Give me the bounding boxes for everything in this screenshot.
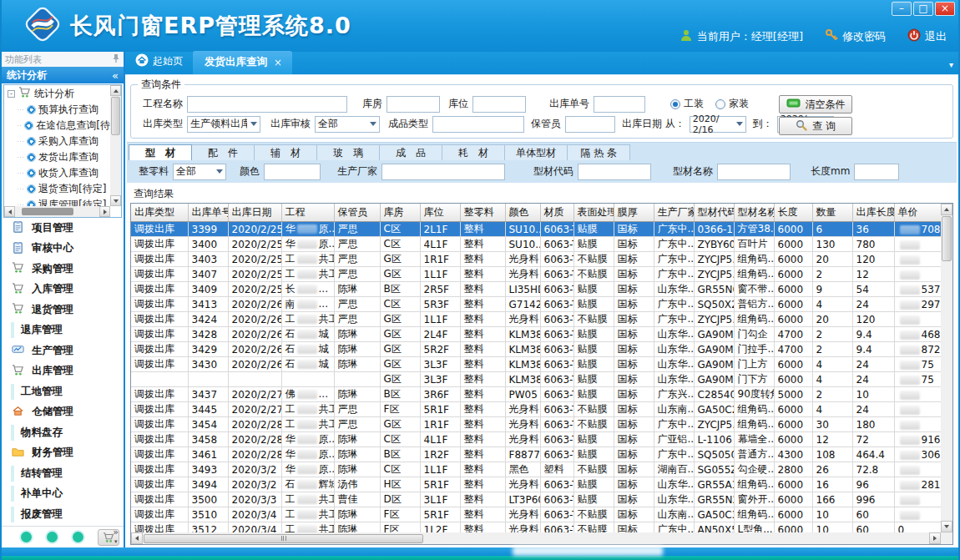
- table-row[interactable]: 调拨出库35122020/3/4工共工程陈琳F区1L2F整料光身料6063-T5…: [131, 522, 941, 533]
- sidebar-module-项目管理[interactable]: 项目管理: [2, 218, 124, 239]
- tree-expander-icon[interactable]: -: [8, 90, 15, 98]
- scroll-right-icon[interactable]: [929, 532, 941, 544]
- profile-name-input[interactable]: [717, 164, 791, 180]
- tree-item[interactable]: 发货出库查询: [4, 149, 110, 165]
- radio-gongzhuang[interactable]: 工装: [670, 97, 704, 111]
- module-dot-icon[interactable]: [21, 532, 32, 542]
- tree-item[interactable]: 退库管理[待定]: [4, 197, 110, 206]
- material-tab[interactable]: 成 品: [379, 144, 442, 160]
- sidebar-module-入库管理[interactable]: 入库管理: [2, 280, 124, 300]
- tree-item[interactable]: 采购入库查询: [4, 134, 110, 149]
- table-row[interactable]: 调拨出库34932020/3/2华原...陈琳C区1L1F整料黑色塑料不贴膜国标…: [131, 462, 941, 477]
- scroll-up-icon[interactable]: [110, 85, 121, 96]
- table-row[interactable]: 调拨出库33992020/2/25华原...严思C区2L1F整料SU10...6…: [131, 222, 941, 237]
- column-header[interactable]: 数量: [812, 204, 852, 222]
- tab-close-icon[interactable]: ×: [274, 57, 282, 68]
- sidebar-module-仓储管理[interactable]: 仓储管理: [2, 402, 124, 423]
- table-row[interactable]: 调拨出库34542020/2/28工共工程严思G区1R1F整料光身料6063-T…: [131, 417, 941, 432]
- grid-vertical-scrollbar[interactable]: [941, 204, 952, 532]
- tree-item[interactable]: 预算执行查询: [4, 102, 110, 118]
- table-row[interactable]: 调拨出库35102020/3/4工共工程陈琳F区5R1F整料光身料6063-T5…: [131, 507, 941, 522]
- overflow-chevron[interactable]: »▾: [113, 528, 119, 546]
- collapse-icon[interactable]: «: [112, 69, 119, 82]
- table-row[interactable]: 调拨出库35002020/3/3工共工程曹佳D区3L1F整料LT3P606063…: [131, 492, 941, 507]
- column-header[interactable]: 长度: [774, 204, 812, 222]
- table-row[interactable]: 调拨出库34002020/2/25华原...严思C区4L1F整料SU10...6…: [131, 237, 941, 252]
- minimize-button[interactable]: –: [892, 2, 912, 16]
- color-input[interactable]: [264, 164, 321, 180]
- table-row[interactable]: 调拨出库34452020/2/27工共工程严思F区5R1F整料光身料6063-T…: [131, 402, 941, 417]
- radio-jiazhuang[interactable]: 家装: [715, 97, 749, 111]
- tree-vertical-scrollbar[interactable]: [110, 85, 121, 206]
- scroll-thumb[interactable]: [144, 534, 423, 543]
- column-header[interactable]: 型材名称: [734, 204, 774, 222]
- tab-overflow-icon[interactable]: ▾: [949, 60, 953, 69]
- scroll-up-icon[interactable]: [941, 204, 952, 215]
- manufacturer-input[interactable]: [381, 164, 505, 180]
- outbound-type-select[interactable]: 生产领料出库: [187, 116, 260, 133]
- column-header[interactable]: 出库单号: [188, 204, 228, 222]
- scroll-thumb[interactable]: [22, 208, 73, 215]
- sidebar-module-退库管理[interactable]: 退库管理: [2, 320, 124, 341]
- product-type-input[interactable]: [432, 116, 524, 133]
- sidebar-module-结转管理[interactable]: 结转管理: [2, 463, 124, 484]
- audit-select[interactable]: 全部: [315, 116, 380, 133]
- sidebar-module-退货管理[interactable]: 退货管理: [2, 300, 124, 320]
- material-tab[interactable]: 耗 材: [442, 144, 505, 160]
- table-row[interactable]: 调拨出库34582020/2/28华原...陈琳C区4L1F整料光身料6063-…: [131, 432, 941, 447]
- column-header[interactable]: 单价: [894, 204, 941, 222]
- sidebar-module-补单中心[interactable]: 补单中心: [2, 484, 124, 505]
- scroll-left-icon[interactable]: [131, 532, 143, 544]
- warehouse-input[interactable]: [387, 96, 440, 113]
- scroll-right-icon[interactable]: [99, 206, 110, 217]
- tab-active[interactable]: 发货出库查询 ×: [193, 51, 292, 74]
- sidebar-module-报废管理[interactable]: 报废管理: [2, 504, 124, 525]
- column-header[interactable]: 库位: [420, 204, 460, 222]
- module-dot-icon[interactable]: [73, 532, 83, 542]
- column-header[interactable]: 型材代码: [694, 204, 734, 222]
- table-row[interactable]: 调拨出库34072020/2/25工共工程严思G区1L1F整料光身料6063-T…: [131, 267, 941, 282]
- close-button[interactable]: ×: [935, 2, 955, 16]
- logout-button[interactable]: 退出: [907, 28, 947, 44]
- scroll-thumb[interactable]: [111, 97, 120, 135]
- sidebar-module-出库管理[interactable]: 出库管理: [2, 361, 124, 382]
- sidebar-module-物料盘存[interactable]: 物料盘存: [2, 422, 124, 443]
- column-header[interactable]: 生产厂家: [654, 204, 694, 222]
- sidebar-module-工地管理[interactable]: 工地管理: [2, 381, 124, 402]
- material-tab[interactable]: 隔 热 条: [567, 144, 630, 160]
- scroll-left-icon[interactable]: [4, 206, 15, 217]
- order-no-input[interactable]: [594, 96, 645, 113]
- column-header[interactable]: 材质: [540, 204, 573, 222]
- table-row[interactable]: 调拨出库34372020/2/27佛...陈琳B区3R6F整料PW056063-…: [131, 387, 941, 402]
- maximize-button[interactable]: □: [913, 2, 933, 16]
- material-tab[interactable]: 配 件: [191, 144, 255, 160]
- column-header[interactable]: 库房: [380, 204, 420, 222]
- material-tab[interactable]: 玻 璃: [316, 144, 380, 160]
- module-dot-icon[interactable]: [47, 532, 58, 542]
- column-header[interactable]: 保管员: [334, 204, 380, 222]
- table-row[interactable]: 调拨出库34942020/3/2石辉城汤伟H区5R1F整料光身料6063-T5贴…: [131, 477, 941, 492]
- length-input[interactable]: [854, 164, 899, 180]
- tab-home[interactable]: 起始页: [129, 53, 193, 74]
- table-row[interactable]: 调拨出库34292020/2/26石城陈琳G区5R2F整料KLM38176063…: [131, 342, 941, 357]
- project-name-input[interactable]: [187, 96, 347, 113]
- scroll-thumb[interactable]: [942, 216, 952, 261]
- pin-icon[interactable]: [112, 53, 120, 66]
- location-input[interactable]: [472, 96, 526, 113]
- clear-conditions-button[interactable]: 清空条件: [779, 95, 852, 114]
- tree-item[interactable]: 退货查询[待定]: [4, 181, 110, 197]
- tree-item[interactable]: 收货入库查询: [4, 165, 110, 181]
- table-row[interactable]: 调拨出库34282020/2/26石城陈琳G区2L4F整料KLM38176063…: [131, 327, 941, 342]
- column-header[interactable]: 整零料: [460, 204, 505, 222]
- sidebar-module-审核中心[interactable]: 审核中心: [2, 239, 124, 260]
- table-row[interactable]: 调拨出库34302020/2/26石城陈琳G区3L3F整料KLM38176063…: [131, 357, 941, 372]
- column-header[interactable]: 出库长度: [852, 204, 894, 222]
- table-row[interactable]: 调拨出库34612020/2/28华原...陈琳B区1R2F整料F8877FT6…: [131, 447, 941, 462]
- column-header[interactable]: 膜厚: [614, 204, 654, 222]
- material-tab[interactable]: 单体型材: [504, 144, 568, 160]
- column-header[interactable]: 颜色: [505, 204, 540, 222]
- column-header[interactable]: 表面处理: [573, 204, 614, 222]
- profile-code-input[interactable]: [578, 164, 651, 180]
- whole-piece-select[interactable]: 全部: [173, 164, 226, 180]
- keeper-input[interactable]: [565, 116, 615, 133]
